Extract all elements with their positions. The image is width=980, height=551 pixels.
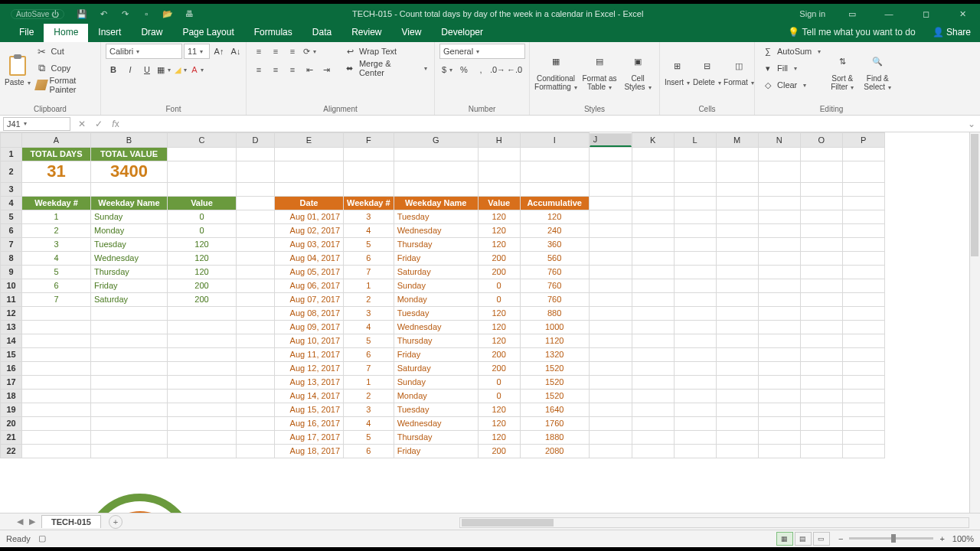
cell[interactable] — [716, 223, 758, 237]
cell[interactable] — [716, 334, 758, 347]
redo-icon[interactable]: ↷ — [115, 5, 135, 23]
increase-decimal-icon[interactable]: .0→ — [490, 62, 505, 77]
conditional-formatting-button[interactable]: ▦Conditional Formatting — [534, 44, 577, 99]
cell[interactable] — [394, 182, 478, 196]
cell[interactable] — [674, 334, 716, 347]
cell[interactable]: Aug 03, 2017 — [275, 237, 344, 251]
cell[interactable] — [632, 147, 674, 161]
cell[interactable]: Friday — [394, 347, 478, 361]
cell[interactable] — [842, 210, 884, 223]
cell[interactable]: 6 — [22, 279, 91, 292]
col-header-M[interactable]: M — [716, 133, 758, 148]
cell[interactable] — [842, 265, 884, 279]
normal-view-icon[interactable]: ▦ — [776, 532, 793, 546]
font-name-select[interactable]: Calibri — [106, 44, 182, 59]
cell[interactable] — [842, 416, 884, 430]
cell[interactable]: 6 — [344, 251, 394, 265]
cell[interactable] — [800, 334, 842, 347]
cell[interactable] — [716, 444, 758, 458]
cell[interactable] — [800, 375, 842, 389]
cell[interactable] — [842, 161, 884, 182]
cell[interactable] — [237, 237, 275, 251]
cell[interactable]: Sunday — [394, 375, 478, 389]
cell[interactable] — [589, 237, 632, 251]
cell[interactable] — [716, 361, 758, 375]
cell[interactable] — [800, 416, 842, 430]
fx-icon[interactable]: fx — [107, 117, 124, 131]
cell[interactable]: Tuesday — [394, 403, 478, 416]
bold-button[interactable]: B — [106, 62, 121, 77]
cell[interactable]: Weekday # — [22, 196, 91, 210]
cell[interactable]: Monday — [91, 223, 168, 237]
cell[interactable] — [478, 161, 520, 182]
cell[interactable] — [589, 161, 632, 182]
cell[interactable] — [632, 210, 674, 223]
cell[interactable] — [589, 389, 632, 403]
cell[interactable] — [674, 223, 716, 237]
align-center-icon[interactable]: ≡ — [268, 62, 283, 77]
cell[interactable]: 6 — [344, 444, 394, 458]
border-button[interactable]: ▦ — [156, 62, 172, 77]
col-header-C[interactable]: C — [168, 133, 237, 148]
cell[interactable]: 120 — [478, 306, 520, 320]
align-right-icon[interactable]: ≡ — [285, 62, 300, 77]
cell[interactable]: Aug 02, 2017 — [275, 223, 344, 237]
col-header-H[interactable]: H — [478, 133, 520, 148]
open-icon[interactable]: 📂 — [158, 5, 178, 23]
cell[interactable]: 200 — [478, 347, 520, 361]
sheet-nav-next-icon[interactable]: ▶ — [26, 517, 38, 527]
copy-button[interactable]: Copy — [34, 60, 96, 76]
row-header-20[interactable]: 20 — [1, 416, 22, 430]
col-header-A[interactable]: A — [22, 133, 91, 148]
cell[interactable]: Aug 09, 2017 — [275, 320, 344, 334]
tell-me-input[interactable]: 💡 Tell me what you want to do — [780, 24, 923, 42]
col-header-E[interactable]: E — [275, 133, 344, 148]
cell[interactable] — [716, 389, 758, 403]
cell[interactable] — [22, 182, 91, 196]
cell[interactable] — [91, 320, 168, 334]
cell[interactable] — [842, 306, 884, 320]
add-sheet-button[interactable]: + — [109, 515, 122, 529]
cell[interactable]: 2 — [344, 389, 394, 403]
cell[interactable] — [91, 306, 168, 320]
align-left-icon[interactable]: ≡ — [251, 62, 266, 77]
cell[interactable] — [275, 161, 344, 182]
row-header-10[interactable]: 10 — [1, 279, 22, 292]
cell[interactable]: Sunday — [394, 279, 478, 292]
cell[interactable] — [237, 375, 275, 389]
cell[interactable] — [674, 403, 716, 416]
cell[interactable] — [758, 237, 800, 251]
horizontal-scrollbar[interactable] — [459, 517, 969, 528]
cell[interactable] — [91, 416, 168, 430]
cell-styles-button[interactable]: ▣Cell Styles — [622, 44, 654, 99]
tab-home[interactable]: Home — [44, 24, 88, 42]
delete-cells-button[interactable]: ⊟Delete — [693, 44, 721, 99]
cell[interactable]: 200 — [478, 361, 520, 375]
cell[interactable]: 1520 — [520, 375, 589, 389]
cell[interactable] — [800, 147, 842, 161]
cell[interactable] — [237, 265, 275, 279]
cell[interactable] — [632, 375, 674, 389]
format-as-table-button[interactable]: ▤Format as Table — [580, 44, 619, 99]
cell[interactable] — [800, 182, 842, 196]
cell[interactable]: 200 — [168, 279, 237, 292]
col-header-I[interactable]: I — [520, 133, 589, 148]
cell[interactable] — [800, 306, 842, 320]
cell[interactable]: 1320 — [520, 347, 589, 361]
zoom-slider[interactable] — [849, 537, 933, 540]
row-header-22[interactable]: 22 — [1, 444, 22, 458]
cell[interactable] — [589, 347, 632, 361]
cell[interactable] — [22, 416, 91, 430]
cell[interactable] — [168, 347, 237, 361]
cell[interactable] — [842, 430, 884, 444]
signin-button[interactable]: Sign in — [792, 5, 833, 23]
cell[interactable] — [842, 361, 884, 375]
cell[interactable]: Value — [478, 196, 520, 210]
cell[interactable] — [758, 430, 800, 444]
cell[interactable] — [800, 196, 842, 210]
cell[interactable] — [842, 403, 884, 416]
cell[interactable]: 2 — [344, 292, 394, 306]
cell[interactable] — [800, 210, 842, 223]
cell[interactable] — [800, 347, 842, 361]
format-cells-button[interactable]: ◫Format — [724, 44, 753, 99]
